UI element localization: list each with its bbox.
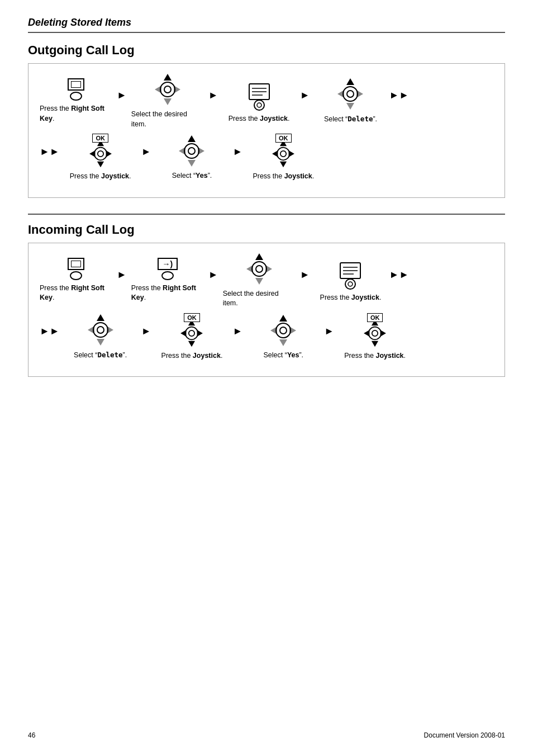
ok-label-i1: OK	[184, 313, 200, 322]
outgoing-step3-caption: Press the Joystick.	[229, 114, 290, 124]
outgoing-step2-caption: Select the desired item.	[131, 110, 204, 129]
svg-point-23	[348, 282, 353, 286]
ok-label-1: OK	[92, 134, 108, 143]
arrow-3: ►	[300, 89, 310, 112]
softkey-icon-1	[68, 78, 84, 101]
outgoing-step2: Select the desired item.	[131, 73, 204, 129]
arrow-r2-1: ►	[141, 146, 151, 169]
incoming-step4: Press the Joystick.	[314, 257, 387, 303]
incoming-icon-i2: →)	[158, 258, 178, 280]
arrow-1: ►	[117, 89, 127, 112]
outgoing-row1: Press the Right Soft Key. ► Select the d…	[40, 73, 493, 129]
outgoing-step3: Press the Joystick.	[223, 78, 296, 124]
incoming-r2-step2: OK Press the Joystick.	[155, 313, 228, 361]
incoming-step4-caption: Press the Joystick.	[320, 293, 382, 303]
arrow-ir1: ►	[141, 325, 151, 348]
menu-icon-i4	[337, 257, 364, 290]
svg-point-16	[254, 100, 264, 110]
footer: 46 Document Version 2008-01	[28, 731, 505, 739]
arrow-2: ►	[208, 89, 218, 112]
footer-version: Document Version 2008-01	[424, 731, 505, 739]
joystick-icon-ir1	[87, 313, 115, 347]
incoming-diagram: Press the Right Soft Key. ► →) Press the…	[28, 243, 505, 377]
ok-joystick-i2: OK	[363, 313, 387, 348]
ok-label-i2: OK	[367, 313, 383, 322]
incoming-r2-step4-caption: Press the Joystick.	[344, 351, 406, 361]
lead-arrow: ►►	[40, 146, 60, 169]
joystick-icon-2	[154, 73, 182, 106]
outgoing-diagram: Press the Right Soft Key. ► Select the d…	[28, 63, 505, 198]
outgoing-r2-step3: OK Press the Joystick.	[247, 134, 320, 182]
ok-joystick-1: OK	[88, 134, 113, 168]
outgoing-step1-caption: Press the Right Soft Key.	[40, 104, 112, 124]
outgoing-r2-step2: Select “Yes”.	[155, 134, 228, 181]
incoming-step3: Select the desired item.	[223, 252, 296, 309]
continue-arrow-i1: ►►	[389, 269, 409, 292]
outgoing-row2: ►► OK Press the Joystick. ► Select “Yes”…	[40, 134, 493, 182]
ok-label-2: OK	[275, 134, 292, 143]
incoming-r2-step1: Select “Delete”.	[64, 313, 137, 361]
incoming-step1-caption: Press the Right Soft Key.	[40, 284, 112, 303]
arrow-i2: ►	[208, 269, 218, 292]
ok-joystick-2: OK	[271, 134, 296, 168]
incoming-row2: ►► Select “Delete”. ► OK Press the Joyst…	[40, 313, 493, 361]
incoming-r2-step1-caption: Select “Delete”.	[74, 350, 127, 361]
incoming-r2-step4: OK Press the Joystick.	[339, 313, 411, 361]
joystick-icon-4	[336, 77, 364, 111]
joystick-icon-r2-2	[178, 134, 206, 168]
arrow-ir2: ►	[232, 325, 242, 348]
menu-icon-3	[246, 78, 273, 111]
joystick-icon-i3	[245, 252, 273, 286]
lead-arrow-i: ►►	[40, 325, 60, 348]
outgoing-r2-step2-caption: Select “Yes”.	[172, 171, 212, 181]
incoming-step1: Press the Right Soft Key.	[40, 258, 112, 303]
svg-point-22	[345, 279, 355, 289]
svg-point-17	[257, 103, 261, 107]
incoming-step3-caption: Select the desired item.	[223, 289, 296, 309]
joystick-icon-ir3	[269, 314, 297, 347]
incoming-section-title: Incoming Call Log	[28, 223, 505, 237]
outgoing-r2-step1-caption: Press the Joystick.	[70, 172, 131, 182]
outgoing-step4-caption: Select “Delete”.	[324, 114, 377, 125]
outgoing-r2-step3-caption: Press the Joystick.	[253, 172, 314, 182]
continue-arrow-1: ►►	[389, 89, 409, 112]
footer-page: 46	[28, 731, 35, 739]
incoming-r2-step2-caption: Press the Joystick.	[161, 351, 223, 361]
arrow-r2-2: ►	[232, 146, 242, 169]
outgoing-r2-step1: OK Press the Joystick.	[64, 134, 137, 182]
incoming-step2-caption: Press the Right Soft Key.	[131, 284, 204, 303]
outgoing-section-title: Outgoing Call Log	[28, 43, 505, 58]
ok-joystick-i1: OK	[179, 313, 204, 348]
incoming-r2-step3: Select “Yes”.	[247, 314, 320, 361]
arrow-ir3: ►	[324, 325, 334, 348]
outgoing-step1: Press the Right Soft Key.	[40, 78, 112, 124]
arrow-i3: ►	[300, 269, 310, 292]
softkey-icon-i1	[68, 258, 84, 280]
incoming-step2: →) Press the Right Soft Key.	[131, 258, 204, 303]
incoming-r2-step3-caption: Select “Yes”.	[264, 351, 304, 361]
page-title: Deleting Stored Items	[28, 17, 505, 29]
arrow-i1: ►	[117, 269, 127, 292]
outgoing-step4: Select “Delete”.	[314, 77, 387, 125]
incoming-row1: Press the Right Soft Key. ► →) Press the…	[40, 252, 493, 309]
